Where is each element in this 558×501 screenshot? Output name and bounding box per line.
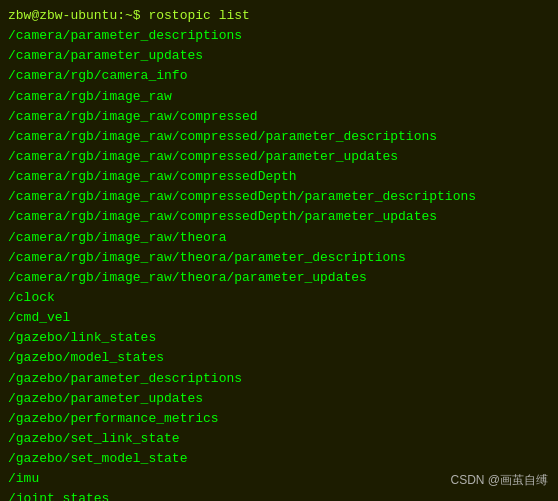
terminal-line: /camera/rgb/image_raw bbox=[8, 87, 550, 107]
terminal-line: /joint_states bbox=[8, 489, 550, 501]
terminal-line: /camera/parameter_descriptions bbox=[8, 26, 550, 46]
terminal-line: /camera/rgb/image_raw/theora bbox=[8, 228, 550, 248]
terminal-line: /camera/rgb/image_raw/compressed bbox=[8, 107, 550, 127]
terminal-line: /gazebo/set_model_state bbox=[8, 449, 550, 469]
terminal-line: /cmd_vel bbox=[8, 308, 550, 328]
terminal-line: /gazebo/performance_metrics bbox=[8, 409, 550, 429]
terminal-line: /camera/rgb/image_raw/theora/parameter_d… bbox=[8, 248, 550, 268]
terminal-line: /camera/rgb/image_raw/compressed/paramet… bbox=[8, 147, 550, 167]
terminal-line: /camera/rgb/camera_info bbox=[8, 66, 550, 86]
terminal-line: /gazebo/link_states bbox=[8, 328, 550, 348]
output-lines: /camera/parameter_descriptions/camera/pa… bbox=[8, 26, 550, 501]
prompt-line: zbw@zbw-ubuntu:~$ rostopic list bbox=[8, 6, 550, 26]
terminal-line: /camera/rgb/image_raw/compressedDepth/pa… bbox=[8, 207, 550, 227]
terminal-window: zbw@zbw-ubuntu:~$ rostopic list /camera/… bbox=[0, 0, 558, 501]
terminal-line: /gazebo/parameter_updates bbox=[8, 389, 550, 409]
terminal-line: /gazebo/parameter_descriptions bbox=[8, 369, 550, 389]
terminal-line: /camera/parameter_updates bbox=[8, 46, 550, 66]
terminal-line: /camera/rgb/image_raw/compressedDepth/pa… bbox=[8, 187, 550, 207]
watermark: CSDN @画茧自缚 bbox=[450, 472, 548, 489]
terminal-line: /clock bbox=[8, 288, 550, 308]
prompt-user: zbw@zbw-ubuntu:~$ rostopic list bbox=[8, 8, 250, 23]
terminal-line: /gazebo/model_states bbox=[8, 348, 550, 368]
terminal-line: /camera/rgb/image_raw/compressedDepth bbox=[8, 167, 550, 187]
terminal-line: /camera/rgb/image_raw/compressed/paramet… bbox=[8, 127, 550, 147]
terminal-line: /camera/rgb/image_raw/theora/parameter_u… bbox=[8, 268, 550, 288]
terminal-line: /gazebo/set_link_state bbox=[8, 429, 550, 449]
